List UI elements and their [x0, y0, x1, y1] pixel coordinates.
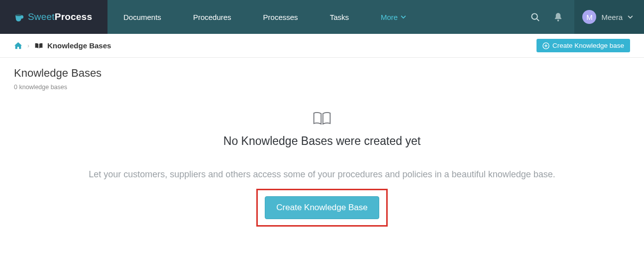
chevron-down-icon: [401, 15, 406, 19]
brand-name: SweetProcess: [28, 11, 92, 22]
nav-procedures[interactable]: Procedures: [184, 0, 240, 34]
plus-circle-icon: [542, 42, 549, 49]
svg-line-2: [537, 18, 539, 20]
home-icon[interactable]: [14, 42, 22, 49]
breadcrumb-separator: ›: [27, 42, 29, 49]
book-open-icon: [312, 111, 332, 126]
nav-tasks[interactable]: Tasks: [321, 0, 358, 34]
nav-right: M Meera: [524, 0, 644, 34]
page-body: Knowledge Bases 0 knowledge bases No Kno…: [0, 58, 644, 247]
breadcrumb-current: Knowledge Bases: [34, 41, 111, 50]
nav-items: Documents Procedures Processes Tasks Mor…: [107, 0, 524, 34]
nav-more[interactable]: More: [372, 0, 415, 34]
user-name: Meera: [601, 13, 623, 21]
nav-documents[interactable]: Documents: [114, 0, 170, 34]
user-menu[interactable]: M Meera: [574, 0, 644, 34]
search-icon[interactable]: [524, 0, 547, 34]
empty-state-title: No Knowledge Bases were created yet: [83, 134, 561, 148]
svg-point-0: [15, 14, 22, 16]
page-title: Knowledge Bases: [14, 67, 630, 80]
page-subtitle: 0 knowledge bases: [14, 84, 630, 91]
brand-logo[interactable]: SweetProcess: [0, 0, 107, 34]
cta-highlight-box: Create Knowledge Base: [256, 189, 387, 227]
svg-point-3: [557, 19, 559, 21]
create-kb-small-label: Create Knowledge base: [552, 42, 624, 49]
breadcrumb-current-label: Knowledge Bases: [47, 41, 111, 50]
bell-icon[interactable]: [547, 0, 569, 34]
empty-state: No Knowledge Bases were created yet Let …: [83, 111, 561, 227]
sub-bar: › Knowledge Bases Create Knowledge base: [0, 34, 644, 58]
chevron-down-icon: [628, 15, 633, 19]
create-knowledge-base-button-small[interactable]: Create Knowledge base: [537, 39, 630, 52]
svg-point-1: [532, 13, 537, 19]
create-knowledge-base-button[interactable]: Create Knowledge Base: [265, 196, 379, 219]
top-nav: SweetProcess Documents Procedures Proces…: [0, 0, 644, 34]
nav-more-label: More: [381, 13, 398, 21]
book-open-icon: [34, 42, 43, 49]
empty-state-description: Let your customers, suppliers and others…: [83, 168, 561, 182]
breadcrumb: › Knowledge Bases: [14, 41, 111, 50]
avatar: M: [582, 10, 596, 24]
nav-processes[interactable]: Processes: [254, 0, 307, 34]
coffee-cup-icon: [14, 12, 25, 21]
